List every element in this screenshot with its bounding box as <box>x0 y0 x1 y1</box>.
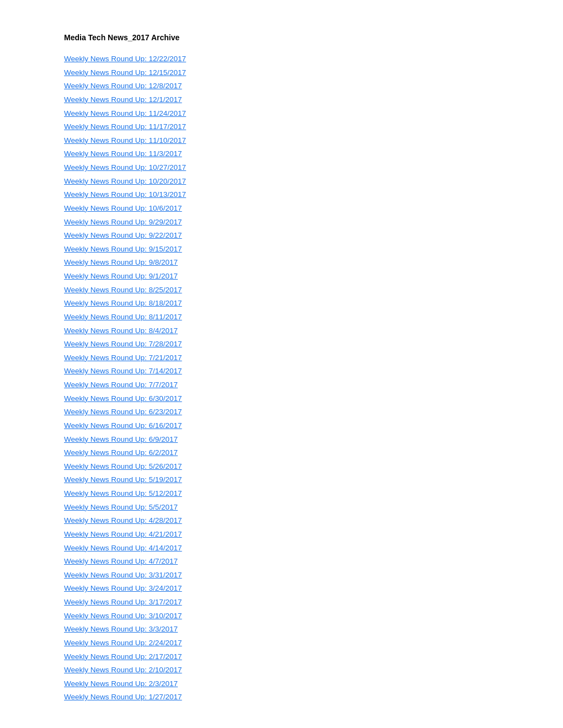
list-item: Weekly News Round Up: 2/3/2017 <box>64 677 499 690</box>
list-item: Weekly News Round Up: 4/21/2017 <box>64 527 499 541</box>
list-item: Weekly News Round Up: 7/21/2017 <box>64 351 499 365</box>
archive-link[interactable]: Weekly News Round Up: 11/3/2017 <box>64 149 182 158</box>
archive-link[interactable]: Weekly News Round Up: 9/1/2017 <box>64 272 178 280</box>
archive-link[interactable]: Weekly News Round Up: 7/14/2017 <box>64 367 182 375</box>
list-item: Weekly News Round Up: 8/4/2017 <box>64 324 499 338</box>
list-item: Weekly News Round Up: 8/11/2017 <box>64 310 499 324</box>
archive-link[interactable]: Weekly News Round Up: 8/25/2017 <box>64 286 182 294</box>
list-item: Weekly News Round Up: 5/19/2017 <box>64 473 499 486</box>
list-item: Weekly News Round Up: 11/17/2017 <box>64 120 499 133</box>
archive-link[interactable]: Weekly News Round Up: 7/21/2017 <box>64 354 182 362</box>
archive-link[interactable]: Weekly News Round Up: 6/2/2017 <box>64 448 178 457</box>
list-item: Weekly News Round Up: 11/24/2017 <box>64 106 499 120</box>
list-item: Weekly News Round Up: 5/12/2017 <box>64 486 499 500</box>
list-item: Weekly News Round Up: 8/25/2017 <box>64 283 499 297</box>
archive-link[interactable]: Weekly News Round Up: 8/18/2017 <box>64 299 182 307</box>
archive-link[interactable]: Weekly News Round Up: 7/28/2017 <box>64 340 182 348</box>
archive-link[interactable]: Weekly News Round Up: 12/15/2017 <box>64 68 186 77</box>
list-item: Weekly News Round Up: 2/24/2017 <box>64 636 499 650</box>
list-item: Weekly News Round Up: 12/22/2017 <box>64 52 499 66</box>
list-item: Weekly News Round Up: 8/18/2017 <box>64 296 499 310</box>
list-item: Weekly News Round Up: 9/15/2017 <box>64 242 499 256</box>
archive-link[interactable]: Weekly News Round Up: 3/31/2017 <box>64 571 182 579</box>
list-item: Weekly News Round Up: 10/13/2017 <box>64 188 499 201</box>
list-item: Weekly News Round Up: 9/29/2017 <box>64 215 499 229</box>
list-item: Weekly News Round Up: 9/1/2017 <box>64 269 499 283</box>
archive-link[interactable]: Weekly News Round Up: 8/11/2017 <box>64 313 182 321</box>
list-item: Weekly News Round Up: 2/10/2017 <box>64 663 499 677</box>
archive-link[interactable]: Weekly News Round Up: 12/8/2017 <box>64 82 182 90</box>
archive-link[interactable]: Weekly News Round Up: 4/7/2017 <box>64 557 178 565</box>
archive-link[interactable]: Weekly News Round Up: 12/22/2017 <box>64 55 186 63</box>
list-item: Weekly News Round Up: 9/22/2017 <box>64 228 499 242</box>
archive-link[interactable]: Weekly News Round Up: 4/28/2017 <box>64 516 182 524</box>
archive-link-list: Weekly News Round Up: 12/22/2017Weekly N… <box>64 52 499 704</box>
list-item: Weekly News Round Up: 6/30/2017 <box>64 392 499 405</box>
archive-link[interactable]: Weekly News Round Up: 5/12/2017 <box>64 489 182 497</box>
list-item: Weekly News Round Up: 5/5/2017 <box>64 500 499 514</box>
archive-link[interactable]: Weekly News Round Up: 9/15/2017 <box>64 245 182 253</box>
list-item: Weekly News Round Up: 6/2/2017 <box>64 446 499 459</box>
archive-link[interactable]: Weekly News Round Up: 10/13/2017 <box>64 190 186 199</box>
list-item: Weekly News Round Up: 6/16/2017 <box>64 419 499 432</box>
list-item: Weekly News Round Up: 3/17/2017 <box>64 595 499 609</box>
archive-link[interactable]: Weekly News Round Up: 2/17/2017 <box>64 652 182 661</box>
archive-link[interactable]: Weekly News Round Up: 6/30/2017 <box>64 394 182 403</box>
list-item: Weekly News Round Up: 3/24/2017 <box>64 581 499 595</box>
list-item: Weekly News Round Up: 10/20/2017 <box>64 174 499 188</box>
archive-link[interactable]: Weekly News Round Up: 9/29/2017 <box>64 218 182 226</box>
list-item: Weekly News Round Up: 3/31/2017 <box>64 568 499 582</box>
list-item: Weekly News Round Up: 12/8/2017 <box>64 79 499 93</box>
archive-link[interactable]: Weekly News Round Up: 5/19/2017 <box>64 475 182 484</box>
list-item: Weekly News Round Up: 1/27/2017 <box>64 690 499 704</box>
archive-link[interactable]: Weekly News Round Up: 6/16/2017 <box>64 421 182 430</box>
list-item: Weekly News Round Up: 7/28/2017 <box>64 337 499 351</box>
archive-link[interactable]: Weekly News Round Up: 2/10/2017 <box>64 666 182 674</box>
archive-link[interactable]: Weekly News Round Up: 12/1/2017 <box>64 95 182 104</box>
list-item: Weekly News Round Up: 6/9/2017 <box>64 432 499 446</box>
list-item: Weekly News Round Up: 12/15/2017 <box>64 66 499 79</box>
archive-link[interactable]: Weekly News Round Up: 11/10/2017 <box>64 136 186 144</box>
archive-link[interactable]: Weekly News Round Up: 11/17/2017 <box>64 122 186 131</box>
list-item: Weekly News Round Up: 5/26/2017 <box>64 459 499 473</box>
archive-link[interactable]: Weekly News Round Up: 10/20/2017 <box>64 177 186 185</box>
archive-link[interactable]: Weekly News Round Up: 10/6/2017 <box>64 204 182 212</box>
archive-link[interactable]: Weekly News Round Up: 2/3/2017 <box>64 679 178 688</box>
list-item: Weekly News Round Up: 12/1/2017 <box>64 93 499 106</box>
archive-link[interactable]: Weekly News Round Up: 4/21/2017 <box>64 530 182 538</box>
list-item: Weekly News Round Up: 7/14/2017 <box>64 364 499 378</box>
archive-link[interactable]: Weekly News Round Up: 11/24/2017 <box>64 109 186 117</box>
archive-link[interactable]: Weekly News Round Up: 3/10/2017 <box>64 612 182 620</box>
archive-link[interactable]: Weekly News Round Up: 3/24/2017 <box>64 584 182 592</box>
archive-link[interactable]: Weekly News Round Up: 8/4/2017 <box>64 326 178 335</box>
archive-link[interactable]: Weekly News Round Up: 3/17/2017 <box>64 598 182 606</box>
list-item: Weekly News Round Up: 9/8/2017 <box>64 255 499 269</box>
list-item: Weekly News Round Up: 6/23/2017 <box>64 405 499 419</box>
list-item: Weekly News Round Up: 4/28/2017 <box>64 513 499 527</box>
archive-link[interactable]: Weekly News Round Up: 6/23/2017 <box>64 408 182 416</box>
archive-link[interactable]: Weekly News Round Up: 3/3/2017 <box>64 625 178 633</box>
list-item: Weekly News Round Up: 4/7/2017 <box>64 554 499 568</box>
archive-link[interactable]: Weekly News Round Up: 1/27/2017 <box>64 693 182 701</box>
archive-link[interactable]: Weekly News Round Up: 9/22/2017 <box>64 231 182 239</box>
page-title: Media Tech News_2017 Archive <box>64 33 499 42</box>
list-item: Weekly News Round Up: 2/17/2017 <box>64 650 499 663</box>
archive-link[interactable]: Weekly News Round Up: 5/26/2017 <box>64 462 182 470</box>
list-item: Weekly News Round Up: 3/10/2017 <box>64 609 499 623</box>
archive-link[interactable]: Weekly News Round Up: 9/8/2017 <box>64 258 178 266</box>
archive-link[interactable]: Weekly News Round Up: 2/24/2017 <box>64 639 182 647</box>
archive-link[interactable]: Weekly News Round Up: 7/7/2017 <box>64 381 178 389</box>
list-item: Weekly News Round Up: 10/6/2017 <box>64 201 499 215</box>
list-item: Weekly News Round Up: 10/27/2017 <box>64 160 499 174</box>
list-item: Weekly News Round Up: 4/14/2017 <box>64 541 499 555</box>
list-item: Weekly News Round Up: 11/3/2017 <box>64 147 499 160</box>
list-item: Weekly News Round Up: 3/3/2017 <box>64 622 499 636</box>
archive-link[interactable]: Weekly News Round Up: 6/9/2017 <box>64 435 178 443</box>
archive-link[interactable]: Weekly News Round Up: 5/5/2017 <box>64 503 178 511</box>
archive-link[interactable]: Weekly News Round Up: 4/14/2017 <box>64 544 182 552</box>
archive-link[interactable]: Weekly News Round Up: 10/27/2017 <box>64 163 186 172</box>
list-item: Weekly News Round Up: 7/7/2017 <box>64 378 499 392</box>
list-item: Weekly News Round Up: 11/10/2017 <box>64 133 499 147</box>
